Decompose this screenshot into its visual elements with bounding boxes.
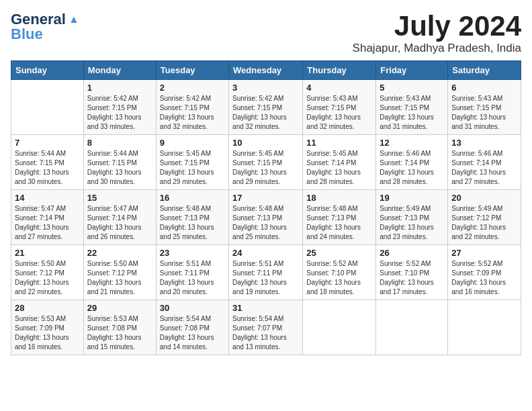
day-number: 19 [380,193,444,203]
day-info: Sunrise: 5:51 AM Sunset: 7:11 PM Dayligh… [232,259,299,297]
day-info: Sunrise: 5:48 AM Sunset: 7:13 PM Dayligh… [232,204,299,242]
day-number: 18 [306,193,372,203]
calendar-cell [376,300,448,355]
calendar-cell: 29Sunrise: 5:53 AM Sunset: 7:08 PM Dayli… [83,300,156,355]
day-info: Sunrise: 5:52 AM Sunset: 7:10 PM Dayligh… [380,259,444,297]
day-info: Sunrise: 5:53 AM Sunset: 7:09 PM Dayligh… [15,314,80,352]
calendar-cell: 28Sunrise: 5:53 AM Sunset: 7:09 PM Dayli… [11,300,84,355]
day-info: Sunrise: 5:49 AM Sunset: 7:13 PM Dayligh… [380,204,444,242]
calendar-cell: 24Sunrise: 5:51 AM Sunset: 7:11 PM Dayli… [229,245,303,300]
calendar-cell: 31Sunrise: 5:54 AM Sunset: 7:07 PM Dayli… [229,300,303,355]
day-number: 13 [451,138,517,148]
day-number: 7 [15,138,80,148]
day-number: 20 [451,193,517,203]
day-info: Sunrise: 5:51 AM Sunset: 7:11 PM Dayligh… [160,259,225,297]
calendar-cell: 25Sunrise: 5:52 AM Sunset: 7:10 PM Dayli… [303,245,376,300]
weekday-header-tuesday: Tuesday [156,61,228,80]
day-info: Sunrise: 5:42 AM Sunset: 7:15 PM Dayligh… [232,94,299,132]
calendar-cell: 16Sunrise: 5:48 AM Sunset: 7:13 PM Dayli… [156,190,228,245]
day-info: Sunrise: 5:48 AM Sunset: 7:13 PM Dayligh… [160,204,225,242]
day-number: 27 [451,248,517,258]
day-number: 22 [87,248,152,258]
day-info: Sunrise: 5:44 AM Sunset: 7:15 PM Dayligh… [15,149,80,187]
calendar-cell: 10Sunrise: 5:45 AM Sunset: 7:15 PM Dayli… [229,135,303,190]
calendar-week-row: 21Sunrise: 5:50 AM Sunset: 7:12 PM Dayli… [11,245,521,300]
day-number: 12 [380,138,444,148]
day-info: Sunrise: 5:47 AM Sunset: 7:14 PM Dayligh… [87,204,152,242]
day-number: 31 [232,303,299,313]
day-number: 15 [87,193,152,203]
day-number: 6 [451,83,517,93]
calendar-cell: 17Sunrise: 5:48 AM Sunset: 7:13 PM Dayli… [229,190,303,245]
day-number: 26 [380,248,444,258]
day-info: Sunrise: 5:47 AM Sunset: 7:14 PM Dayligh… [15,204,80,242]
weekday-header-monday: Monday [83,61,156,80]
calendar-cell [448,300,521,355]
calendar-cell: 8Sunrise: 5:44 AM Sunset: 7:15 PM Daylig… [83,135,156,190]
day-info: Sunrise: 5:49 AM Sunset: 7:12 PM Dayligh… [451,204,517,242]
day-info: Sunrise: 5:42 AM Sunset: 7:15 PM Dayligh… [160,94,225,132]
day-info: Sunrise: 5:45 AM Sunset: 7:15 PM Dayligh… [232,149,299,187]
day-info: Sunrise: 5:53 AM Sunset: 7:08 PM Dayligh… [87,314,152,352]
calendar-cell: 12Sunrise: 5:46 AM Sunset: 7:14 PM Dayli… [376,135,448,190]
page-header: General ▲ Blue July 2024 Shajapur, Madhy… [11,11,521,55]
day-info: Sunrise: 5:54 AM Sunset: 7:08 PM Dayligh… [160,314,225,352]
day-info: Sunrise: 5:46 AM Sunset: 7:14 PM Dayligh… [451,149,517,187]
calendar-cell: 19Sunrise: 5:49 AM Sunset: 7:13 PM Dayli… [376,190,448,245]
day-info: Sunrise: 5:43 AM Sunset: 7:15 PM Dayligh… [306,94,372,132]
day-info: Sunrise: 5:50 AM Sunset: 7:12 PM Dayligh… [87,259,152,297]
day-number: 4 [306,83,372,93]
calendar-cell: 1Sunrise: 5:42 AM Sunset: 7:15 PM Daylig… [83,80,156,135]
calendar-cell: 20Sunrise: 5:49 AM Sunset: 7:12 PM Dayli… [448,190,521,245]
location-subtitle: Shajapur, Madhya Pradesh, India [353,42,521,55]
day-info: Sunrise: 5:44 AM Sunset: 7:15 PM Dayligh… [87,149,152,187]
day-number: 9 [160,138,225,148]
day-number: 8 [87,138,152,148]
calendar-cell: 5Sunrise: 5:43 AM Sunset: 7:15 PM Daylig… [376,80,448,135]
weekday-header-sunday: Sunday [11,61,84,80]
calendar-cell [11,80,84,135]
calendar-cell: 2Sunrise: 5:42 AM Sunset: 7:15 PM Daylig… [156,80,228,135]
calendar-week-row: 7Sunrise: 5:44 AM Sunset: 7:15 PM Daylig… [11,135,521,190]
day-number: 16 [160,193,225,203]
day-info: Sunrise: 5:45 AM Sunset: 7:15 PM Dayligh… [160,149,225,187]
day-number: 23 [160,248,225,258]
calendar-cell: 6Sunrise: 5:43 AM Sunset: 7:15 PM Daylig… [448,80,521,135]
month-year-title: July 2024 [353,11,521,42]
day-info: Sunrise: 5:43 AM Sunset: 7:15 PM Dayligh… [451,94,517,132]
day-number: 3 [232,83,299,93]
day-number: 24 [232,248,299,258]
calendar-cell: 15Sunrise: 5:47 AM Sunset: 7:14 PM Dayli… [83,190,156,245]
calendar-cell: 3Sunrise: 5:42 AM Sunset: 7:15 PM Daylig… [229,80,303,135]
logo-bird-icon: ▲ [69,13,79,26]
calendar-cell: 18Sunrise: 5:48 AM Sunset: 7:13 PM Dayli… [303,190,376,245]
calendar-cell [303,300,376,355]
title-section: July 2024 Shajapur, Madhya Pradesh, Indi… [353,11,521,55]
calendar-cell: 11Sunrise: 5:45 AM Sunset: 7:14 PM Dayli… [303,135,376,190]
day-number: 5 [380,83,444,93]
calendar-cell: 22Sunrise: 5:50 AM Sunset: 7:12 PM Dayli… [83,245,156,300]
calendar-cell: 26Sunrise: 5:52 AM Sunset: 7:10 PM Dayli… [376,245,448,300]
calendar-cell: 21Sunrise: 5:50 AM Sunset: 7:12 PM Dayli… [11,245,84,300]
day-info: Sunrise: 5:45 AM Sunset: 7:14 PM Dayligh… [306,149,372,187]
calendar-cell: 9Sunrise: 5:45 AM Sunset: 7:15 PM Daylig… [156,135,228,190]
logo: General ▲ Blue [11,11,79,43]
day-number: 21 [15,248,80,258]
day-info: Sunrise: 5:43 AM Sunset: 7:15 PM Dayligh… [380,94,444,132]
calendar-cell: 23Sunrise: 5:51 AM Sunset: 7:11 PM Dayli… [156,245,228,300]
calendar-cell: 7Sunrise: 5:44 AM Sunset: 7:15 PM Daylig… [11,135,84,190]
calendar-table: SundayMondayTuesdayWednesdayThursdayFrid… [11,60,521,355]
weekday-header-wednesday: Wednesday [229,61,303,80]
day-number: 2 [160,83,225,93]
calendar-week-row: 14Sunrise: 5:47 AM Sunset: 7:14 PM Dayli… [11,190,521,245]
day-info: Sunrise: 5:52 AM Sunset: 7:10 PM Dayligh… [306,259,372,297]
day-info: Sunrise: 5:48 AM Sunset: 7:13 PM Dayligh… [306,204,372,242]
day-number: 14 [15,193,80,203]
day-number: 17 [232,193,299,203]
calendar-cell: 30Sunrise: 5:54 AM Sunset: 7:08 PM Dayli… [156,300,228,355]
day-number: 10 [232,138,299,148]
calendar-cell: 13Sunrise: 5:46 AM Sunset: 7:14 PM Dayli… [448,135,521,190]
calendar-cell: 4Sunrise: 5:43 AM Sunset: 7:15 PM Daylig… [303,80,376,135]
day-number: 29 [87,303,152,313]
day-info: Sunrise: 5:46 AM Sunset: 7:14 PM Dayligh… [380,149,444,187]
